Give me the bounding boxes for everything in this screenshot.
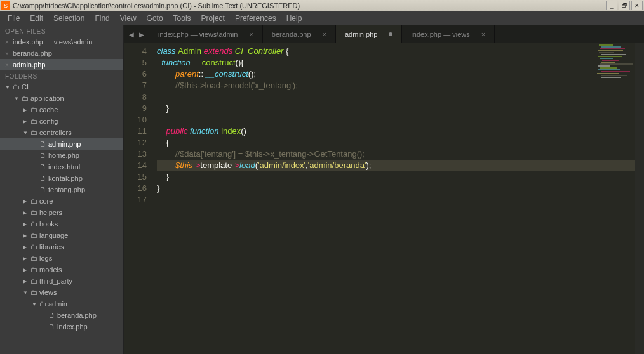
- file-icon: 🗋: [39, 174, 48, 182]
- menu-project[interactable]: Project: [196, 11, 230, 25]
- tree-arrow-icon[interactable]: ▶: [23, 119, 30, 124]
- tab-nav-arrows[interactable]: ◀ ▶: [124, 25, 149, 43]
- code-line[interactable]: function __construct(){: [157, 57, 644, 69]
- tab-close-icon[interactable]: ×: [481, 30, 485, 38]
- menu-file[interactable]: File: [3, 11, 25, 25]
- code-line[interactable]: public function index(): [157, 126, 644, 137]
- tree-arrow-icon[interactable]: ▶: [23, 199, 30, 204]
- code-line[interactable]: //$data['tentang'] = $this->x_tentang->G…: [157, 148, 644, 160]
- tree-label: application: [30, 95, 64, 102]
- folder-item[interactable]: ▶🗀config: [0, 115, 123, 127]
- folders-header: FOLDERS: [0, 70, 123, 81]
- folder-item[interactable]: ▶🗀helpers: [0, 207, 123, 218]
- code-area[interactable]: 4567891011121314151617 class Admin exten…: [124, 43, 644, 354]
- menu-view[interactable]: View: [115, 11, 142, 25]
- menu-help[interactable]: Help: [281, 11, 307, 25]
- menu-preferences[interactable]: Preferences: [230, 11, 281, 25]
- folder-item[interactable]: ▶🗀hooks: [0, 218, 123, 230]
- file-item[interactable]: 🗋beranda.php: [0, 310, 123, 321]
- editor-tab[interactable]: index.php — views\admin×: [149, 25, 263, 43]
- editor-tab[interactable]: index.php — views×: [402, 25, 495, 43]
- code-line[interactable]: }: [157, 103, 644, 114]
- tree-arrow-icon[interactable]: ▼: [32, 301, 39, 307]
- window-title: C:\xampp\htdocs\CI\application\controlle…: [13, 2, 605, 10]
- tab-nav-left-icon[interactable]: ◀: [129, 31, 134, 38]
- folder-item[interactable]: ▼🗀application: [0, 93, 123, 104]
- file-icon: 🗋: [39, 152, 48, 159]
- editor-tab[interactable]: beranda.php×: [263, 25, 336, 43]
- tab-close-icon[interactable]: ×: [323, 30, 326, 38]
- code-line[interactable]: $this->template->load('admin/index','adm…: [157, 160, 644, 171]
- tree-label: language: [39, 232, 68, 239]
- editor-tab[interactable]: admin.php: [336, 25, 402, 43]
- folder-item[interactable]: ▼🗀controllers: [0, 127, 123, 138]
- tree-arrow-icon[interactable]: ▶: [23, 233, 30, 239]
- tree-arrow-icon[interactable]: ▶: [23, 210, 30, 216]
- minimize-button[interactable]: _: [606, 1, 617, 10]
- file-item[interactable]: 🗋index.php: [0, 321, 123, 332]
- tab-close-icon[interactable]: ×: [249, 30, 253, 38]
- open-file-item[interactable]: ×admin.php: [0, 59, 123, 70]
- file-item[interactable]: 🗋index.html: [0, 161, 123, 173]
- tree-arrow-icon[interactable]: ▼: [5, 84, 13, 90]
- folder-item[interactable]: ▶🗀core: [0, 195, 123, 207]
- folder-item[interactable]: ▶🗀logs: [0, 252, 123, 264]
- open-file-item[interactable]: ×beranda.php: [0, 48, 123, 59]
- file-item[interactable]: 🗋admin.php: [0, 138, 123, 150]
- open-file-item[interactable]: ×index.php — views\admin: [0, 36, 123, 48]
- folder-item[interactable]: ▼🗀CI: [0, 81, 123, 93]
- close-file-icon[interactable]: ×: [5, 39, 13, 46]
- code-line[interactable]: class Admin extends CI_Controller {: [157, 46, 644, 57]
- tab-label: index.php — views\admin: [158, 30, 238, 38]
- folder-item[interactable]: ▶🗀third_party: [0, 275, 123, 287]
- menu-edit[interactable]: Edit: [25, 11, 48, 25]
- sidebar: OPEN FILES ×index.php — views\admin×bera…: [0, 25, 124, 354]
- file-item[interactable]: 🗋tentang.php: [0, 184, 123, 195]
- tree-arrow-icon[interactable]: ▶: [23, 244, 30, 250]
- tree-arrow-icon[interactable]: ▶: [23, 279, 30, 284]
- tree-arrow-icon[interactable]: ▼: [14, 96, 22, 102]
- tree-label: controllers: [39, 129, 72, 136]
- tree-arrow-icon[interactable]: ▼: [23, 290, 30, 296]
- folder-icon: 🗀: [30, 232, 39, 239]
- folder-item[interactable]: ▶🗀cache: [0, 104, 123, 115]
- tree-arrow-icon[interactable]: ▼: [23, 130, 30, 136]
- code-line[interactable]: }: [157, 171, 644, 183]
- code-line[interactable]: {: [157, 137, 644, 148]
- folder-item[interactable]: ▼🗀admin: [0, 298, 123, 310]
- close-file-icon[interactable]: ×: [5, 50, 13, 57]
- file-item[interactable]: 🗋kontak.php: [0, 173, 123, 184]
- tree-arrow-icon[interactable]: ▶: [23, 221, 30, 227]
- close-button[interactable]: ✕: [631, 1, 643, 10]
- tree-label: admin.php: [48, 140, 81, 148]
- code-content[interactable]: class Admin extends CI_Controller { func…: [153, 43, 644, 354]
- code-line[interactable]: [157, 114, 644, 126]
- minimap[interactable]: [597, 44, 635, 89]
- menu-find[interactable]: Find: [90, 11, 114, 25]
- folder-item[interactable]: ▶🗀language: [0, 230, 123, 241]
- code-line[interactable]: parent:: __construct();: [157, 69, 644, 80]
- tree-label: hooks: [39, 220, 58, 228]
- folder-item[interactable]: ▶🗀models: [0, 264, 123, 275]
- tab-nav-right-icon[interactable]: ▶: [139, 31, 144, 38]
- folder-item[interactable]: ▼🗀views: [0, 287, 123, 298]
- tree-label: config: [39, 117, 58, 125]
- tab-label: admin.php: [345, 30, 377, 38]
- tree-arrow-icon[interactable]: ▶: [23, 267, 30, 273]
- menu-goto[interactable]: Goto: [142, 11, 168, 25]
- close-file-icon[interactable]: ×: [5, 62, 13, 69]
- menu-tools[interactable]: Tools: [168, 11, 196, 25]
- code-line[interactable]: //$this->load->model('x_tentang');: [157, 80, 644, 91]
- tree-arrow-icon[interactable]: ▶: [23, 107, 30, 113]
- folder-item[interactable]: ▶🗀libraries: [0, 241, 123, 252]
- code-line[interactable]: }: [157, 183, 644, 194]
- file-item[interactable]: 🗋home.php: [0, 150, 123, 161]
- tree-arrow-icon[interactable]: ▶: [23, 256, 30, 261]
- folder-icon: 🗀: [30, 106, 39, 114]
- vertical-scrollbar[interactable]: [635, 43, 644, 354]
- maximize-button[interactable]: 🗗: [619, 1, 630, 10]
- code-line[interactable]: [157, 91, 644, 103]
- file-icon: 🗋: [48, 311, 57, 319]
- menu-selection[interactable]: Selection: [48, 11, 90, 25]
- code-line[interactable]: [157, 194, 644, 206]
